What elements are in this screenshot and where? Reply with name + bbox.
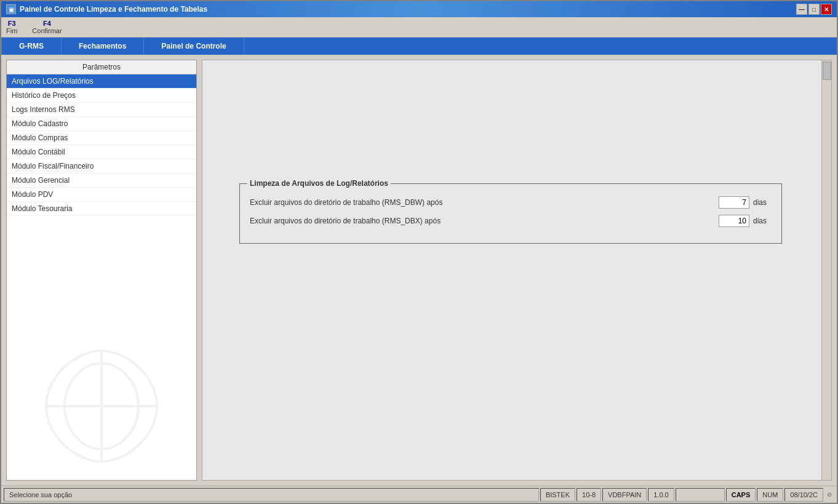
sidebar-item-3[interactable]: Módulo Cadastro <box>7 117 196 131</box>
field-row-1: Excluir arquivos do diretório de trabalh… <box>250 215 772 227</box>
scrollbar[interactable] <box>821 60 831 480</box>
status-main: Selecione sua opção <box>4 488 539 502</box>
sidebar-item-4[interactable]: Módulo Compras <box>7 131 196 145</box>
sidebar-item-9[interactable]: Módulo Tesouraria <box>7 202 196 216</box>
toolbar: F3 Fim F4 Confirmar <box>1 17 837 38</box>
toolbar-confirmar-key: F4 <box>43 20 51 27</box>
field-row-0: Excluir arquivos do diretório de trabalh… <box>250 196 772 209</box>
menu-fechamentos[interactable]: Fechamentos <box>62 38 144 55</box>
field-input-0[interactable] <box>719 196 749 209</box>
field-label-0: Excluir arquivos do diretório de trabalh… <box>250 198 719 207</box>
content-area: Parâmetros Arquivos LOG/RelatóriosHistór… <box>1 55 837 486</box>
sidebar: Parâmetros Arquivos LOG/RelatóriosHistór… <box>6 60 197 481</box>
scrollbar-thumb[interactable] <box>823 62 831 80</box>
status-vdbfpain: VDBFPAIN <box>602 488 647 502</box>
field-input-1[interactable] <box>719 215 749 227</box>
window-title: Painel de Controle Limpeza e Fechamento … <box>20 5 207 14</box>
sidebar-item-8[interactable]: Módulo PDV <box>7 188 196 202</box>
sidebar-item-2[interactable]: Logs Internos RMS <box>7 103 196 117</box>
menu-grms[interactable]: G-RMS <box>1 38 62 55</box>
menubar: G-RMS Fechamentos Painel de Controle <box>1 38 837 55</box>
main-panel: Limpeza de Arquivos de Log/Relatórios Ex… <box>202 60 832 481</box>
field-label-1: Excluir arquivos do diretório de trabalh… <box>250 217 719 225</box>
app-icon: ▣ <box>6 4 16 14</box>
sidebar-item-0[interactable]: Arquivos LOG/Relatórios <box>7 74 196 89</box>
status-empty <box>676 488 725 502</box>
status-version: 1.0.0 <box>648 488 674 502</box>
maximize-button[interactable]: □ <box>808 4 820 15</box>
panel-box: Limpeza de Arquivos de Log/Relatórios Ex… <box>239 183 782 244</box>
sidebar-list: Arquivos LOG/RelatóriosHistórico de Preç… <box>7 74 196 480</box>
minimize-button[interactable]: — <box>796 4 807 15</box>
toolbar-fim-key: F3 <box>8 20 16 27</box>
toolbar-fim[interactable]: F3 Fim <box>6 20 17 34</box>
sidebar-item-6[interactable]: Módulo Fiscal/Financeiro <box>7 159 196 174</box>
status-num: NUM <box>757 488 783 502</box>
sidebar-title: Parâmetros <box>7 60 196 74</box>
field-unit-1: dias <box>753 217 772 225</box>
main-window: ▣ Painel de Controle Limpeza e Fechament… <box>0 0 838 504</box>
statusbar: Selecione sua opção BISTEK 10-8 VDBFPAIN… <box>1 486 837 503</box>
status-10-8: 10-8 <box>577 488 601 502</box>
close-button[interactable]: ✕ <box>821 4 832 15</box>
menu-painel-controle[interactable]: Painel de Controle <box>144 38 244 55</box>
toolbar-fim-label: Fim <box>6 27 17 34</box>
title-bar-left: ▣ Painel de Controle Limpeza e Fechament… <box>6 4 207 14</box>
sidebar-item-7[interactable]: Módulo Gerencial <box>7 174 196 188</box>
status-date: 08/10/2C <box>784 488 823 502</box>
field-unit-0: dias <box>753 198 772 207</box>
status-caps: CAPS <box>726 488 756 502</box>
title-buttons: — □ ✕ <box>796 4 832 15</box>
sidebar-item-1[interactable]: Histórico de Preços <box>7 89 196 103</box>
title-bar: ▣ Painel de Controle Limpeza e Fechament… <box>1 1 837 17</box>
toolbar-confirmar[interactable]: F4 Confirmar <box>32 20 62 34</box>
status-bistek: BISTEK <box>540 488 575 502</box>
toolbar-confirmar-label: Confirmar <box>32 27 62 34</box>
sidebar-item-5[interactable]: Módulo Contábil <box>7 145 196 159</box>
resize-grip-icon[interactable]: ⊘ <box>824 490 834 500</box>
panel-box-title: Limpeza de Arquivos de Log/Relatórios <box>247 179 391 188</box>
